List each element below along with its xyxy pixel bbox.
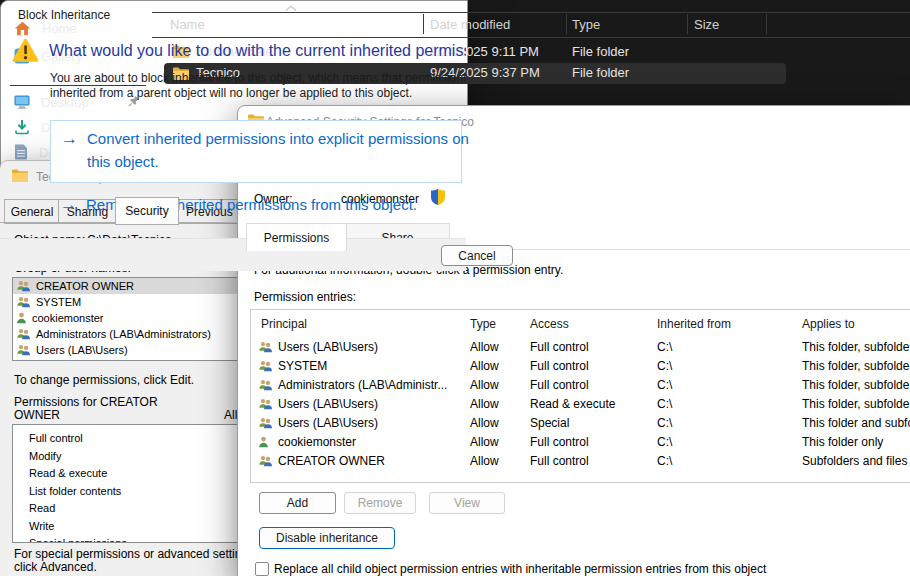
list-header-divider bbox=[152, 12, 910, 13]
table-row[interactable]: Users (LAB\Users) Allow Full control C:\… bbox=[251, 338, 910, 357]
advanced-hint: For special permissions or advanced sett… bbox=[14, 547, 238, 561]
col-principal[interactable]: Principal bbox=[261, 317, 307, 331]
group-name: Administrators (LAB\Administrators) bbox=[36, 328, 211, 340]
permission-item[interactable]: Special permissions bbox=[13, 535, 238, 543]
permission-item[interactable]: Modify bbox=[13, 448, 238, 466]
disable-inheritance-button[interactable]: Disable inheritance bbox=[259, 527, 395, 549]
permission-entries-table[interactable]: Principal Type Access Inherited from App… bbox=[250, 309, 910, 483]
user-icon bbox=[16, 312, 27, 324]
table-row[interactable]: Administrators (LAB\Administr... Allow F… bbox=[251, 376, 910, 395]
group-name: CREATOR OWNER bbox=[36, 280, 134, 292]
sidebar-item-label: Home bbox=[42, 21, 77, 36]
permissions-listbox[interactable]: Full control Modify Read & execute List … bbox=[12, 424, 238, 543]
group-name: SYSTEM bbox=[36, 296, 81, 308]
table-row[interactable]: CREATOR OWNER Allow Full control C:\ Sub… bbox=[251, 452, 910, 471]
remove-button[interactable]: Remove bbox=[344, 492, 416, 514]
table-row[interactable]: SYSTEM Allow Full control C:\ This folde… bbox=[251, 357, 910, 376]
cancel-button[interactable]: Cancel bbox=[441, 245, 468, 266]
tab-security[interactable]: Security bbox=[115, 197, 179, 225]
group-icon bbox=[258, 379, 273, 391]
screen: Home Gallery Desktop Downloads Documents… bbox=[0, 0, 910, 576]
dialog-title: Block Inheritance bbox=[18, 8, 110, 22]
file-type: File folder bbox=[572, 44, 629, 59]
group-icon bbox=[16, 280, 31, 292]
properties-dialog: Tecnico Properties General Sharing Secur… bbox=[0, 160, 238, 576]
group-icon bbox=[258, 398, 273, 410]
table-row[interactable]: Users (LAB\Users) Allow Special C:\ This… bbox=[251, 414, 910, 433]
col-type[interactable]: Type bbox=[470, 317, 496, 331]
list-item[interactable]: cookiemonster bbox=[13, 310, 238, 326]
permission-item[interactable]: List folder contents bbox=[13, 483, 238, 501]
edit-hint: To change permissions, click Edit. bbox=[14, 373, 194, 387]
col-applies-to[interactable]: Applies to bbox=[802, 317, 855, 331]
group-icon bbox=[16, 344, 31, 356]
list-item[interactable]: Administrators (LAB\Administrators) bbox=[13, 326, 238, 342]
column-header-date-modified[interactable]: Date modified bbox=[430, 17, 510, 32]
group-icon bbox=[16, 328, 31, 340]
arrow-right-icon: → bbox=[61, 129, 78, 149]
dialog-footer: Cancel bbox=[0, 238, 466, 271]
home-icon bbox=[14, 21, 31, 36]
command-link-text-2: this object. bbox=[87, 153, 159, 170]
permissions-for-label: Permissions for CREATOR bbox=[14, 395, 158, 409]
dialog-body-line2: inherited from a parent object will no l… bbox=[50, 86, 466, 100]
file-type: File folder bbox=[572, 65, 629, 80]
group-icon bbox=[16, 296, 31, 308]
sort-chevron-up-icon bbox=[285, 5, 297, 12]
group-name: Users (LAB\Users) bbox=[36, 344, 128, 356]
command-link-text: Convert inherited permissions into expli… bbox=[87, 130, 468, 147]
tab-permissions[interactable]: Permissions bbox=[246, 223, 347, 251]
column-header-name[interactable]: Name bbox=[170, 17, 205, 32]
column-header-type[interactable]: Type bbox=[572, 17, 600, 32]
column-divider[interactable] bbox=[566, 14, 567, 34]
folder-icon bbox=[12, 169, 28, 182]
replace-checkbox-label: Replace all child object permission entr… bbox=[274, 562, 766, 576]
list-header-divider bbox=[152, 37, 910, 38]
add-button[interactable]: Add bbox=[259, 492, 336, 514]
dialog-body-line1: You are about to block inheritance to th… bbox=[50, 71, 466, 85]
permission-item[interactable]: Write bbox=[13, 518, 238, 536]
column-divider[interactable] bbox=[423, 14, 424, 34]
table-row[interactable]: Users (LAB\Users) Allow Read & execute C… bbox=[251, 395, 910, 414]
desktop-icon bbox=[14, 95, 30, 109]
group-icon bbox=[258, 417, 273, 429]
group-user-listbox[interactable]: CREATOR OWNER SYSTEM cookiemonster Admin… bbox=[12, 277, 238, 361]
column-divider[interactable] bbox=[766, 14, 767, 34]
dialog-heading: What would you like to do with the curre… bbox=[49, 42, 466, 60]
permissions-for-label-2: OWNER bbox=[14, 408, 60, 422]
permission-item[interactable]: Read & execute bbox=[13, 465, 238, 483]
column-divider[interactable] bbox=[687, 14, 688, 34]
list-item[interactable]: SYSTEM bbox=[13, 294, 238, 310]
documents-icon bbox=[14, 144, 28, 160]
permission-item[interactable]: Full control bbox=[13, 430, 238, 448]
list-item[interactable]: CREATOR OWNER bbox=[13, 278, 238, 294]
group-icon bbox=[258, 360, 273, 372]
remove-permissions-link[interactable]: → Remove all inherited permissions from … bbox=[50, 194, 460, 218]
table-row[interactable]: cookiemonster Allow Full control C:\ Thi… bbox=[251, 433, 910, 452]
replace-checkbox[interactable] bbox=[255, 562, 269, 576]
col-access[interactable]: Access bbox=[530, 317, 569, 331]
column-header-size[interactable]: Size bbox=[694, 17, 719, 32]
downloads-icon bbox=[14, 119, 30, 135]
entries-label: Permission entries: bbox=[254, 290, 356, 304]
arrow-right-icon: → bbox=[60, 195, 77, 215]
warning-icon bbox=[12, 38, 39, 63]
col-inherited-from[interactable]: Inherited from bbox=[657, 317, 731, 331]
user-icon bbox=[258, 436, 269, 448]
group-icon bbox=[258, 341, 273, 353]
permission-item[interactable]: Read bbox=[13, 500, 238, 518]
list-item[interactable]: Users (LAB\Users) bbox=[13, 342, 238, 358]
convert-permissions-link[interactable]: → Convert inherited permissions into exp… bbox=[50, 120, 462, 183]
group-icon bbox=[258, 455, 273, 467]
group-name: cookiemonster bbox=[32, 312, 104, 324]
advanced-hint-2: click Advanced. bbox=[14, 560, 97, 574]
view-button[interactable]: View bbox=[429, 492, 505, 514]
allow-column-header: Allow bbox=[224, 408, 238, 422]
